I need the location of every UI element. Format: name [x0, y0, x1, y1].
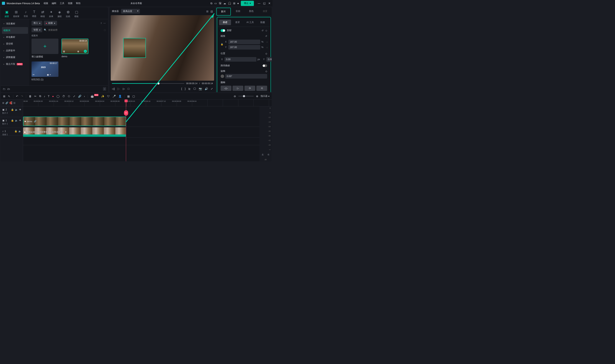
menu-help[interactable]: 幫助: [76, 2, 80, 5]
sidebar-item-folder[interactable]: 檔案夾: [2, 27, 28, 34]
border-icon[interactable]: ▢: [133, 95, 135, 98]
track-video-2[interactable]: ▶ demo 🔗: [23, 116, 272, 127]
timer-icon[interactable]: ⏲: [68, 95, 70, 98]
expand-icon[interactable]: ⤢: [73, 95, 75, 98]
mark-out-icon[interactable]: }: [185, 87, 186, 90]
track-add-icon[interactable]: ⊞: [2, 102, 4, 104]
step-back-icon[interactable]: |▷: [117, 87, 120, 90]
sparkle-icon[interactable]: ✨: [101, 95, 104, 98]
layout-grid-icon[interactable]: ▦: [127, 95, 130, 98]
link-icon[interactable]: 🔗: [78, 95, 81, 98]
tab-effects[interactable]: ✦效果: [47, 9, 55, 19]
inspector-tab-video[interactable]: 影片: [216, 8, 231, 15]
zoom-slider[interactable]: [238, 96, 254, 96]
pos-y-input[interactable]: [266, 57, 272, 62]
speed-icon[interactable]: ⏱: [62, 95, 65, 98]
text-icon[interactable]: T: [48, 95, 50, 98]
keyframe-icon[interactable]: ◇: [266, 46, 268, 48]
user-avatar[interactable]: ●: [237, 2, 239, 5]
sidebar-item-brandkit[interactable]: ▸品牌套件: [1, 47, 29, 54]
person-icon[interactable]: 👤: [118, 95, 122, 98]
stop-icon[interactable]: □: [128, 87, 129, 90]
fullscreen-icon[interactable]: ⤢: [211, 87, 213, 90]
flip-h-button[interactable]: ◁▷: [221, 86, 231, 91]
music-icon[interactable]: ♪: [44, 95, 45, 98]
flip-v-button[interactable]: ▷: [233, 86, 243, 91]
play-icon[interactable]: ▷: [123, 87, 125, 90]
track-video-1[interactable]: ▶ 課程結束后老師和學生面互說再見鏡头 ♦ ✦: [23, 127, 272, 138]
menu-tools[interactable]: 工具: [60, 2, 64, 5]
lock-icon[interactable]: 🔒: [221, 43, 223, 46]
camera-icon[interactable]: 📷: [199, 87, 202, 90]
menu-view[interactable]: 視圖: [68, 2, 72, 5]
pos-x-input[interactable]: [225, 57, 256, 62]
clip-classroom-timeline[interactable]: ▶ 課程結束后老師和學生面互說再見鏡头 ♦ ✦: [23, 127, 126, 137]
track-header-a1[interactable]: ♪1🔒🔈 音頻 1: [1, 128, 23, 136]
minimize-icon[interactable]: —: [258, 2, 260, 5]
scale-reset-icon[interactable]: ↺: [265, 35, 267, 38]
mark-in-icon[interactable]: {: [181, 87, 182, 90]
more-tools-icon[interactable]: ›: [84, 95, 85, 98]
tab-filters[interactable]: ◈濾鏡: [55, 9, 64, 19]
menu-edit[interactable]: 編輯: [52, 2, 56, 5]
scale-y-input[interactable]: [228, 45, 260, 50]
subtab-animation[interactable]: 動畫: [257, 20, 269, 25]
preview-viewport[interactable]: [111, 15, 214, 81]
menu-file[interactable]: 檔案: [44, 2, 48, 5]
circle-icon[interactable]: ◯: [56, 95, 60, 98]
tab-stock[interactable]: ⊞素材庫: [11, 9, 21, 19]
zoom-out-icon[interactable]: ⊖: [234, 95, 236, 98]
timeline-ruler[interactable]: 00:00 00:00:00:20 00:00:01:16 00:00:02:1…: [23, 100, 272, 106]
track-header-v1[interactable]: ▣1🔒🔈👁 影片 1: [1, 117, 23, 128]
tab-transitions[interactable]: ⇄轉場: [39, 9, 47, 19]
prev-frame-icon[interactable]: ◁|: [112, 87, 115, 90]
transform-toggle[interactable]: [221, 29, 225, 32]
tl-cursor-icon[interactable]: ↖: [8, 95, 10, 98]
delete-icon[interactable]: 🗑: [29, 95, 31, 98]
inspector-tab-speed[interactable]: 速度: [258, 7, 272, 16]
subtab-ai[interactable]: AI 工具: [244, 20, 256, 25]
tab-templates[interactable]: ▢模板: [72, 9, 80, 19]
close-icon[interactable]: ✕: [268, 2, 271, 5]
support-icon[interactable]: 🎧: [228, 2, 231, 5]
screenshot-icon[interactable]: ⧉: [211, 2, 212, 5]
indicator-dropdown[interactable]: 指示器 ▾: [261, 94, 269, 98]
display-icon[interactable]: 🖵: [193, 87, 196, 90]
scissors-cut-icon[interactable]: ✂: [124, 110, 128, 116]
subtab-basic[interactable]: 基礎: [219, 20, 231, 25]
rotation-input[interactable]: 0.00°: [225, 74, 267, 78]
keyframe-icon[interactable]: ◇: [266, 41, 268, 43]
quality-dropdown[interactable]: 最高品質: [121, 9, 140, 14]
shield-icon[interactable]: 🛡: [107, 95, 110, 98]
tl-add-icon[interactable]: ⊞: [3, 95, 5, 98]
scrub-handle[interactable]: [157, 82, 160, 85]
sort-icon[interactable]: ⊵: [188, 87, 191, 90]
redo-icon[interactable]: ↷: [21, 95, 23, 98]
collapse-sidebar-icon[interactable]: ‹: [103, 87, 106, 91]
mic-icon[interactable]: 🎤: [112, 95, 116, 98]
inspector-tab-audio[interactable]: 音頻: [231, 7, 245, 16]
scrub-bar[interactable]: [112, 83, 184, 84]
track-header-v2[interactable]: ▣2🔒🔈👁 影片 2: [1, 106, 23, 117]
import-dropdown[interactable]: 導入▾: [31, 21, 42, 26]
sidebar-item-cloud[interactable]: ▸雲空間: [1, 40, 29, 47]
maximize-icon[interactable]: ◱: [263, 2, 266, 5]
pip-overlay[interactable]: [123, 38, 146, 58]
sidebar-item-project[interactable]: ▾項目素材: [1, 20, 29, 27]
display-icon[interactable]: ▭: [214, 2, 217, 5]
new-folder-icon[interactable]: 🗁: [7, 87, 10, 91]
keyframe-diamond-icon[interactable]: ◇: [265, 29, 267, 32]
track-snap-icon[interactable]: ⊟: [13, 102, 15, 104]
sort-dropdown[interactable]: 智慧▾: [31, 27, 42, 32]
ai-robot-icon[interactable]: 🤖Beta: [91, 95, 98, 98]
cut-icon[interactable]: ✂: [34, 95, 37, 98]
path-toggle[interactable]: [263, 64, 267, 67]
tab-stickers[interactable]: ✿貼紙: [64, 9, 72, 19]
snapshot-icon[interactable]: ▧: [211, 10, 213, 13]
tab-titles[interactable]: T標題: [30, 9, 38, 19]
rotate-ccw-button[interactable]: ⟲: [256, 86, 267, 91]
track-magnet-icon[interactable]: 🧲: [9, 102, 12, 104]
more-icon[interactable]: ⋯: [103, 22, 106, 25]
reset-icon[interactable]: ↺: [262, 29, 264, 32]
import-media-tile[interactable]: +: [31, 39, 58, 54]
